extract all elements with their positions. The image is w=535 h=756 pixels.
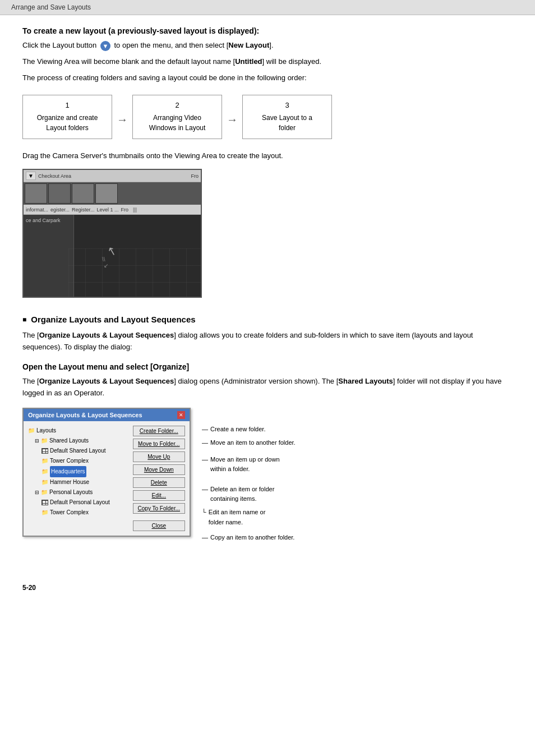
step-2-num: 2	[175, 101, 179, 109]
tree-item-default-shared: Default Shared Layout	[28, 446, 128, 456]
page-container: Arrange and Save Layouts To create a new…	[0, 0, 535, 756]
open-heading: Open the Layout menu and select [Organiz…	[22, 362, 513, 371]
drag-instruction: Drag the Camera Server's thumbnails onto…	[22, 150, 513, 162]
tree-item-tower2: 📁 Tower Complex	[28, 508, 128, 518]
dialog-container: Organize Layouts & Layout Sequences ✕ 📁 …	[22, 408, 513, 546]
tree-label-headquarters: Headquarters	[50, 466, 86, 477]
screenshot-area: ▼ Checkout Area Fro informat... egister.…	[22, 169, 202, 298]
arrow-1: →	[117, 113, 128, 126]
thumb-3	[72, 183, 94, 204]
annotation-text-1: Create a new folder.	[210, 425, 265, 435]
tree-item-hammer: 📁 Hammer House	[28, 477, 128, 487]
grid-icon-default-shared	[41, 448, 48, 454]
drag-arrow-lines: \\ ↙	[102, 256, 108, 269]
arrow-2: →	[227, 113, 238, 126]
step-1-label: Organize and createLayout folders	[37, 113, 98, 133]
main-content: To create a new layout (a previously-sav…	[0, 15, 535, 578]
dialog-buttons: Create Folder... Move to Folder... Move …	[133, 426, 185, 531]
annotation-4: — Delete an item or foldercontaining ite…	[202, 485, 513, 504]
thumbnail-strip	[24, 182, 201, 205]
expand-personal: ⊟	[35, 488, 39, 497]
tree-item-shared: ⊟ 📁 Shared Layouts	[28, 436, 128, 446]
move-to-folder-button[interactable]: Move to Folder...	[133, 439, 185, 449]
annotation-3: — Move an item up or downwithin a folder…	[202, 455, 513, 474]
screenshot-main-area: ce and Carpark ↖ \\ ↙	[24, 215, 201, 297]
main-heading: To create a new layout (a previously-sav…	[22, 26, 513, 35]
expand-shared: ⊟	[35, 436, 39, 445]
step-flow: 1 Organize and createLayout folders → 2 …	[22, 95, 513, 139]
tree-label-layouts: Layouts	[36, 426, 56, 436]
instruction-2: The Viewing Area will become blank and t…	[22, 56, 513, 68]
annotations-panel: — Create a new folder. — Move an item to…	[202, 425, 513, 546]
annotation-text-2: Move an item to another folder.	[210, 438, 296, 448]
tab-label-1: informat...	[26, 207, 48, 213]
screenshot-tabs: informat... egister... Register... Level…	[24, 205, 201, 215]
tab-label-4: Level 1 ...	[97, 207, 119, 213]
folder-icon-layouts: 📁	[28, 426, 35, 436]
tree-label-personal: Personal Layouts	[49, 487, 93, 497]
annotation-text-6: Copy an item to another folder.	[210, 533, 294, 543]
thumb-1	[25, 183, 47, 204]
topbar-label: Arrange and Save Layouts	[11, 3, 91, 11]
move-down-button[interactable]: Move Down	[133, 464, 185, 475]
thumb-4	[95, 183, 118, 204]
annotation-2: — Move an item to another folder.	[202, 438, 513, 448]
top-bar: Arrange and Save Layouts	[0, 0, 535, 15]
dialog-titlebar: Organize Layouts & Layout Sequences ✕	[24, 409, 190, 421]
dialog-close-button[interactable]: ✕	[177, 411, 185, 419]
close-button[interactable]: Close	[133, 520, 185, 531]
screenshot-sidebar: ce and Carpark	[24, 215, 74, 297]
move-up-button[interactable]: Move Up	[133, 451, 185, 462]
create-folder-button[interactable]: Create Folder...	[133, 426, 185, 436]
folder-icon-tower2: 📁	[41, 508, 48, 518]
folder-icon-personal: 📁	[41, 487, 48, 497]
copy-to-folder-button[interactable]: Copy To Folder...	[133, 503, 185, 514]
tree-item-layouts: 📁 Layouts	[28, 426, 128, 436]
tab-label-3: Register...	[72, 207, 95, 213]
tab-scrollbar: |||	[133, 207, 137, 213]
screenshot-top-label: Checkout Area	[38, 173, 191, 179]
tree-item-tower1: 📁 Tower Complex	[28, 456, 128, 466]
instruction-3: The process of creating folders and savi…	[22, 72, 513, 84]
screenshot-dropdown: ▼	[26, 172, 36, 180]
organize-body1: The [Organize Layouts & Layout Sequences…	[22, 330, 513, 353]
tab-label-2: egister...	[50, 207, 70, 213]
grid-icon-default-personal	[41, 500, 48, 505]
step-3-label: Save Layout to afolder	[262, 113, 312, 133]
tree-label-default-personal: Default Personal Layout	[50, 497, 110, 508]
screenshot-top-bar: ▼ Checkout Area Fro	[24, 170, 201, 182]
organize-heading: Organize Layouts and Layout Sequences	[22, 315, 513, 324]
tree-item-personal: ⊟ 📁 Personal Layouts	[28, 487, 128, 497]
page-footer: 5-20	[0, 578, 535, 603]
folder-icon-hq: 📁	[41, 467, 48, 477]
layout-btn-icon: ▼	[100, 41, 110, 51]
sidebar-label: ce and Carpark	[24, 215, 73, 227]
instruction-1: Click the Layout button ▼ to open the me…	[22, 40, 513, 52]
step-box-2: 2 Arranging VideoWindows in Layout	[132, 95, 222, 139]
dialog-title: Organize Layouts & Layout Sequences	[28, 412, 142, 418]
folder-icon-shared: 📁	[41, 436, 48, 446]
tree-label-tower2: Tower Complex	[50, 508, 89, 518]
edit-button[interactable]: Edit...	[133, 490, 185, 501]
step-box-1: 1 Organize and createLayout folders	[22, 95, 112, 139]
delete-button[interactable]: Delete	[133, 477, 185, 488]
annotation-1: — Create a new folder.	[202, 425, 513, 435]
tree-label-hammer: Hammer House	[50, 477, 89, 487]
annotation-5: └ Edit an item name orfolder name.	[202, 508, 513, 527]
step-1-num: 1	[65, 101, 69, 109]
step-3-num: 3	[285, 101, 289, 109]
dialog-tree: 📁 Layouts ⊟ 📁 Shared Layouts	[28, 426, 128, 531]
grid-overlay	[68, 248, 201, 297]
tree-label-tower1: Tower Complex	[50, 456, 89, 466]
step-2-label: Arranging VideoWindows in Layout	[149, 113, 206, 133]
organize-dialog: Organize Layouts & Layout Sequences ✕ 📁 …	[22, 408, 191, 537]
annotation-text-5: Edit an item name orfolder name.	[209, 508, 266, 527]
tree-item-headquarters[interactable]: 📁 Headquarters	[28, 466, 128, 477]
annotation-text-4: Delete an item or foldercontaining items…	[210, 485, 274, 504]
annotation-6: — Copy an item to another folder.	[202, 533, 513, 543]
open-body: The [Organize Layouts & Layout Sequences…	[22, 376, 513, 399]
organize-section: Organize Layouts and Layout Sequences Th…	[22, 315, 513, 546]
tree-item-default-personal: Default Personal Layout	[28, 497, 128, 508]
tree-label-default-shared: Default Shared Layout	[50, 446, 106, 456]
annotation-text-3: Move an item up or downwithin a folder.	[210, 455, 280, 474]
